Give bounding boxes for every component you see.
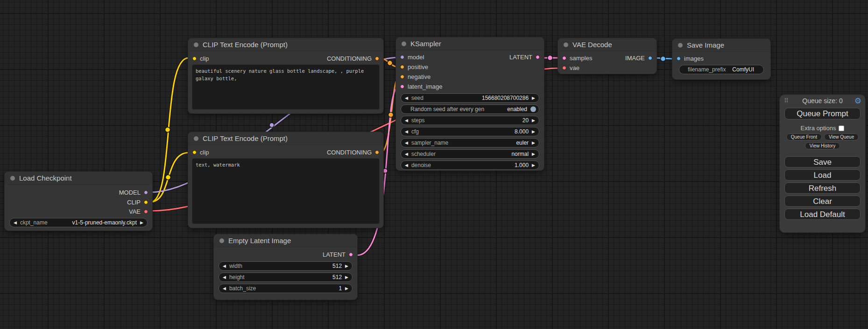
comfyui-canvas[interactable]: { "port_colors": { "model": "#B39DDB", "… — [0, 0, 868, 329]
output-port-latent[interactable]: LATENT — [509, 54, 540, 61]
output-port-vae[interactable]: VAE — [129, 208, 148, 215]
vae-port-dot[interactable] — [562, 66, 566, 70]
output-port-latent[interactable]: LATENT — [323, 251, 353, 258]
node-title-bar[interactable]: VAE Decode — [558, 38, 656, 51]
seed-widget[interactable]: ◀ seed 156680208700286 ▶ — [401, 93, 539, 103]
node-clip-text-encode-negative[interactable]: CLIP Text Encode (Prompt) clip CONDITION… — [188, 132, 383, 228]
steps-widget[interactable]: ◀ steps 20 ▶ — [401, 116, 539, 125]
stepper-left-icon[interactable]: ◀ — [405, 119, 408, 123]
node-title-bar[interactable]: KSampler — [396, 37, 544, 50]
queue-prompt-button[interactable]: Queue Prompt — [784, 108, 861, 119]
scheduler-widget[interactable]: ◀ scheduler normal ▶ — [401, 149, 539, 159]
collapse-dot-icon[interactable] — [402, 42, 406, 46]
filename-prefix-widget[interactable]: filename_prefix ComfyUI — [679, 65, 764, 74]
ckpt-name-widget[interactable]: ◀ ckpt_name v1-5-pruned-emaonly.ckpt ▶ — [9, 218, 148, 227]
collapse-dot-icon[interactable] — [194, 42, 198, 47]
node-title-bar[interactable]: CLIP Text Encode (Prompt) — [188, 132, 383, 145]
node-ksampler[interactable]: KSampler model LATENT positive negative — [396, 37, 544, 170]
latent-port-dot[interactable] — [562, 56, 566, 60]
output-port-clip[interactable]: CLIP — [127, 199, 148, 206]
input-port-latent-image[interactable]: latent_image — [400, 83, 442, 90]
stepper-left-icon[interactable]: ◀ — [223, 264, 226, 268]
image-port-dot[interactable] — [648, 56, 652, 60]
stepper-right-icon[interactable]: ▶ — [532, 141, 535, 145]
stepper-right-icon[interactable]: ▶ — [345, 275, 348, 280]
conditioning-port-dot[interactable] — [375, 56, 379, 61]
output-port-image[interactable]: IMAGE — [625, 55, 652, 62]
input-port-images[interactable]: images — [677, 55, 704, 62]
load-default-button[interactable]: Load Default — [784, 209, 861, 220]
stepper-right-icon[interactable]: ▶ — [140, 221, 143, 225]
clip-port-dot[interactable] — [144, 200, 148, 204]
node-title-bar[interactable]: Load Checkpoint — [5, 172, 152, 185]
stepper-left-icon[interactable]: ◀ — [405, 152, 408, 156]
refresh-button[interactable]: Refresh — [784, 182, 861, 194]
input-port-positive[interactable]: positive — [400, 63, 428, 70]
conditioning-port-dot[interactable] — [400, 65, 404, 69]
collapse-dot-icon[interactable] — [678, 43, 683, 48]
clip-port-dot[interactable] — [192, 150, 197, 154]
input-port-vae[interactable]: vae — [562, 64, 579, 71]
output-port-model[interactable]: MODEL — [119, 189, 148, 196]
image-port-dot[interactable] — [677, 56, 681, 61]
stepper-right-icon[interactable]: ▶ — [345, 287, 348, 291]
save-button[interactable]: Save — [784, 156, 861, 168]
latent-port-dot[interactable] — [400, 84, 404, 89]
latent-port-dot[interactable] — [536, 55, 540, 59]
input-port-samples[interactable]: samples — [562, 55, 592, 62]
node-title-bar[interactable]: CLIP Text Encode (Prompt) — [188, 38, 383, 51]
stepper-right-icon[interactable]: ▶ — [345, 264, 348, 268]
load-button[interactable]: Load — [784, 169, 861, 181]
stepper-right-icon[interactable]: ▶ — [532, 130, 535, 134]
node-empty-latent-image[interactable]: Empty Latent Image LATENT ◀ width 512 ▶ … — [214, 234, 357, 300]
cfg-widget[interactable]: ◀ cfg 8.000 ▶ — [401, 127, 539, 136]
stepper-left-icon[interactable]: ◀ — [223, 275, 226, 280]
node-title-bar[interactable]: Save Image — [672, 39, 770, 52]
stepper-left-icon[interactable]: ◀ — [405, 163, 408, 168]
input-port-model[interactable]: model — [400, 54, 424, 61]
output-port-conditioning[interactable]: CONDITIONING — [327, 149, 379, 156]
view-queue-button[interactable]: View Queue — [824, 133, 859, 140]
node-vae-decode[interactable]: VAE Decode samples IMAGE vae — [558, 38, 656, 74]
clip-port-dot[interactable] — [192, 56, 197, 61]
height-widget[interactable]: ◀ height 512 ▶ — [219, 273, 353, 282]
clear-button[interactable]: Clear — [784, 196, 861, 207]
collapse-dot-icon[interactable] — [194, 136, 198, 141]
node-save-image[interactable]: Save Image images filename_prefix ComfyU… — [672, 39, 770, 79]
stepper-right-icon[interactable]: ▶ — [532, 152, 535, 156]
output-port-conditioning[interactable]: CONDITIONING — [327, 55, 379, 62]
denoise-widget[interactable]: ◀ denoise 1.000 ▶ — [401, 161, 539, 170]
conditioning-port-dot[interactable] — [400, 75, 404, 79]
stepper-left-icon[interactable]: ◀ — [405, 96, 408, 100]
stepper-left-icon[interactable]: ◀ — [223, 287, 226, 291]
vae-port-dot[interactable] — [144, 210, 148, 214]
random-seed-toggle-widget[interactable]: Random seed after every gen enabled — [401, 105, 539, 114]
extra-options-checkbox[interactable] — [839, 126, 844, 131]
input-port-negative[interactable]: negative — [400, 73, 430, 80]
input-port-clip[interactable]: clip — [192, 149, 209, 156]
stepper-right-icon[interactable]: ▶ — [532, 96, 535, 100]
collapse-dot-icon[interactable] — [219, 238, 224, 243]
stepper-left-icon[interactable]: ◀ — [405, 141, 408, 145]
prompt-textarea[interactable]: text, watermark — [192, 158, 380, 224]
collapse-dot-icon[interactable] — [10, 176, 15, 181]
view-history-button[interactable]: View History — [805, 142, 840, 149]
model-port-dot[interactable] — [400, 55, 404, 59]
node-title-bar[interactable]: Empty Latent Image — [214, 234, 357, 247]
node-clip-text-encode-positive[interactable]: CLIP Text Encode (Prompt) clip CONDITION… — [188, 38, 383, 113]
input-port-clip[interactable]: clip — [192, 55, 209, 62]
queue-front-button[interactable]: Queue Front — [786, 133, 822, 140]
collapse-dot-icon[interactable] — [564, 42, 568, 47]
stepper-left-icon[interactable]: ◀ — [405, 130, 408, 134]
gear-icon[interactable]: ⚙ — [854, 96, 861, 106]
conditioning-port-dot[interactable] — [375, 150, 379, 154]
node-load-checkpoint[interactable]: Load Checkpoint MODEL CLIP VAE ◀ ckpt_na… — [5, 172, 152, 231]
width-widget[interactable]: ◀ width 512 ▶ — [219, 261, 353, 271]
stepper-right-icon[interactable]: ▶ — [532, 119, 535, 123]
prompt-textarea[interactable]: beautiful scenery nature glass bottle la… — [192, 64, 380, 110]
batch-size-widget[interactable]: ◀ batch_size 1 ▶ — [219, 284, 353, 293]
model-port-dot[interactable] — [144, 190, 148, 195]
latent-port-dot[interactable] — [349, 252, 353, 257]
sampler-name-widget[interactable]: ◀ sampler_name euler ▶ — [401, 138, 539, 147]
stepper-left-icon[interactable]: ◀ — [14, 221, 17, 225]
